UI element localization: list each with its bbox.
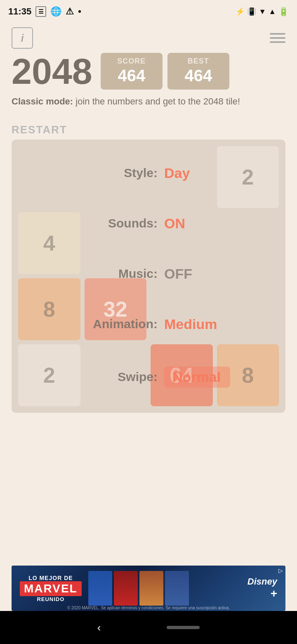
info-button[interactable]: i	[12, 27, 33, 49]
cellular-icon: 🌐	[50, 6, 61, 17]
info-icon: i	[21, 32, 24, 45]
ad-poster-3	[139, 571, 163, 606]
swipe-value: Normal	[164, 367, 230, 388]
ad-posters	[88, 571, 241, 606]
ad-reunido: REUNIDO	[37, 596, 64, 602]
best-label: BEST	[177, 57, 219, 66]
nav-back-button[interactable]: ‹	[97, 621, 101, 634]
ad-corner-icon: ▷	[278, 567, 283, 574]
ad-disney-text: Disney	[248, 576, 277, 587]
menu-line-2	[270, 37, 285, 39]
music-setting-row[interactable]: Music: OFF	[24, 266, 273, 282]
bluetooth-icon: ⚡	[236, 7, 245, 16]
warning-icon: ⚠	[66, 6, 74, 17]
style-setting-row[interactable]: Style: Day	[24, 165, 273, 181]
menu-line-1	[270, 33, 285, 35]
score-boxes: SCORE 464 BEST 464	[101, 53, 229, 90]
status-time-area: 11:35 ☰ 🌐 ⚠ •	[8, 6, 81, 17]
top-bar: i	[0, 23, 297, 53]
battery-icon: 🔋	[278, 7, 289, 17]
signal-icon: ▲	[269, 7, 276, 16]
ad-marvel-text: MARVEL	[20, 581, 82, 596]
style-value: Day	[164, 165, 230, 181]
ad-marvel-logo: LO MEJOR DE MARVEL REUNIDO	[20, 575, 82, 602]
swipe-setting-row[interactable]: Swipe: Normal	[24, 367, 273, 388]
wifi-icon: ▼	[259, 7, 266, 16]
animation-label: Animation:	[67, 317, 158, 331]
subtitle-text: join the numbers and get to the 2048 til…	[75, 96, 240, 107]
vibrate-icon: 📳	[247, 7, 256, 16]
ad-banner[interactable]: LO MEJOR DE MARVEL REUNIDO Disney + ▷ © …	[12, 566, 285, 611]
ad-lo-mejor: LO MEJOR DE	[28, 575, 73, 581]
ad-disney-plus: Disney +	[248, 576, 277, 600]
sounds-label: Sounds:	[67, 216, 158, 230]
nav-bar: ‹	[0, 611, 297, 644]
subtitle: Classic mode: join the numbers and get t…	[0, 96, 297, 115]
restart-label[interactable]: RESTART	[0, 115, 297, 140]
ad-poster-4	[165, 571, 189, 606]
nav-home-indicator[interactable]	[167, 626, 200, 629]
menu-line-3	[270, 41, 285, 43]
ad-disclaimer: © 2020 MARVEL. Se aplican términos y con…	[12, 606, 285, 610]
best-value: 464	[177, 66, 219, 85]
sounds-setting-row[interactable]: Sounds: ON	[24, 215, 273, 232]
score-label: SCORE	[111, 57, 153, 66]
game-container: 2 4 8 32 2 64 8 Style: Day Sounds: ON Mu…	[12, 140, 285, 413]
ad-poster-2	[114, 571, 138, 606]
sounds-value: ON	[164, 215, 230, 232]
status-bar: 11:35 ☰ 🌐 ⚠ • ⚡ 📳 ▼ ▲ 🔋	[0, 0, 297, 23]
game-title: 2048	[12, 53, 92, 90]
animation-setting-row[interactable]: Animation: Medium	[24, 316, 273, 332]
ad-poster-1	[88, 571, 112, 606]
sim-icon: ☰	[35, 6, 46, 17]
status-right-icons: ⚡ 📳 ▼ ▲ 🔋	[236, 7, 289, 17]
score-value: 464	[111, 66, 153, 85]
swipe-label: Swipe:	[67, 370, 158, 384]
style-label: Style:	[67, 166, 158, 180]
settings-overlay: Style: Day Sounds: ON Music: OFF Animati…	[12, 140, 285, 413]
ad-disney-plus-badge: +	[271, 587, 277, 600]
time-display: 11:35	[8, 6, 31, 17]
score-area: 2048 SCORE 464 BEST 464	[0, 53, 297, 96]
subtitle-bold: Classic mode:	[12, 96, 73, 107]
score-box: SCORE 464	[101, 53, 163, 90]
best-box: BEST 464	[167, 53, 229, 90]
music-value: OFF	[164, 266, 230, 282]
menu-button[interactable]	[270, 33, 285, 43]
animation-value: Medium	[164, 316, 230, 332]
dot-icon: •	[78, 6, 81, 17]
music-label: Music:	[67, 267, 158, 281]
